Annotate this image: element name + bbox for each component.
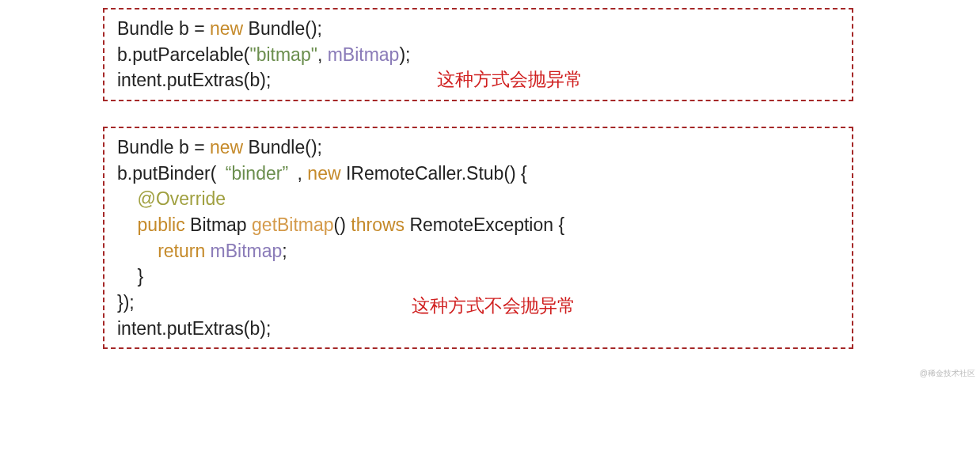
code-text: Bitmap <box>185 214 252 235</box>
keyword-new: new <box>307 163 340 184</box>
code-line: @Override <box>117 186 839 212</box>
code-line: } <box>117 264 839 290</box>
code-text: } <box>117 266 143 286</box>
code-line: return mBitmap; <box>117 238 839 264</box>
code-text: IRemoteCaller.Stub() { <box>341 163 527 184</box>
code-text: Bundle b = <box>117 137 210 157</box>
code-text: intent.putExtras(b); <box>117 70 271 90</box>
variable: mBitmap <box>211 241 283 261</box>
variable: mBitmap <box>328 44 400 65</box>
code-box-parcelable: Bundle b = new Bundle(); b.putParcelable… <box>103 8 853 101</box>
code-text: intent.putExtras(b); <box>117 318 271 339</box>
code-text: RemoteException { <box>405 214 564 235</box>
code-text <box>117 214 138 235</box>
string-literal: “binder” <box>226 163 288 184</box>
code-text: Bundle(); <box>243 137 322 157</box>
code-text: }); <box>117 292 135 313</box>
annotation-throws-exception: 这种方式会抛异常 <box>437 66 583 93</box>
code-text: () <box>334 214 351 235</box>
code-line: Bundle b = new Bundle(); <box>117 135 839 161</box>
code-text <box>117 241 158 261</box>
code-text: ; <box>282 241 287 261</box>
code-text: , <box>317 44 328 65</box>
code-line: intent.putExtras(b); <box>117 316 839 342</box>
code-text: ); <box>399 44 410 65</box>
keyword-return: return <box>158 241 205 261</box>
code-line: b.putParcelable("bitmap", mBitmap); <box>117 42 839 68</box>
method-name: getBitmap <box>252 214 334 235</box>
code-line: b.putBinder( “binder” , new IRemoteCalle… <box>117 161 839 187</box>
keyword-public: public <box>138 214 185 235</box>
code-text: Bundle(); <box>243 18 322 39</box>
code-text: b.putParcelable( <box>117 44 250 65</box>
keyword-new: new <box>210 18 243 39</box>
code-text: b.putBinder( <box>117 163 226 184</box>
string-literal: "bitmap" <box>250 44 317 65</box>
code-text: , <box>288 163 307 184</box>
annotation-override: @Override <box>138 188 226 209</box>
code-text: Bundle b = <box>117 18 210 39</box>
code-line: public Bitmap getBitmap() throws RemoteE… <box>117 212 839 238</box>
code-line: Bundle b = new Bundle(); <box>117 16 839 42</box>
code-box-binder: Bundle b = new Bundle(); b.putBinder( “b… <box>103 127 853 349</box>
annotation-no-exception: 这种方式不会抛异常 <box>412 293 575 319</box>
watermark: @稀金技术社区 <box>920 368 975 379</box>
code-text <box>117 188 138 209</box>
keyword-new: new <box>210 137 243 157</box>
keyword-throws: throws <box>351 214 405 235</box>
